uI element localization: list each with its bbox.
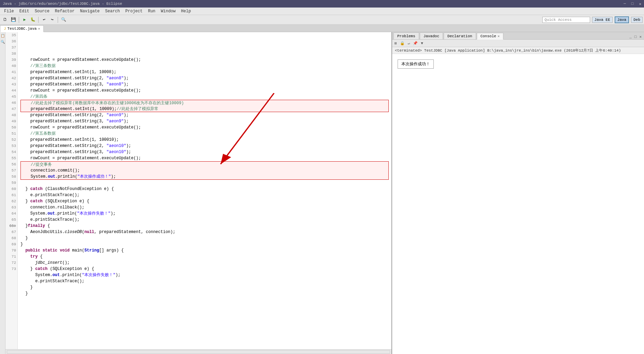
close-view-btn[interactable]: ✕ (638, 34, 643, 39)
tab-problems[interactable]: Problems (393, 32, 419, 39)
code-line-72[interactable]: } (20, 284, 389, 290)
undo-btn[interactable]: ↩ (40, 16, 48, 24)
code-line-54[interactable]: System.out.println("本次操作成功！"); (20, 174, 389, 180)
code-line-61[interactable]: e.printStackTrace(); (20, 217, 389, 223)
code-line-35[interactable]: rowCount = preparedStatement.executeUpda… (20, 57, 389, 63)
code-line-48[interactable]: preparedStatement.setInt(1, 100010); (20, 137, 389, 143)
close-btn[interactable]: ✕ (639, 2, 641, 6)
code-line-40[interactable]: rowCount = preparedStatement.executeUpda… (20, 87, 389, 94)
quick-access-box[interactable]: Quick Access (542, 17, 590, 23)
code-line-69[interactable]: } catch (SQLException e) { (20, 266, 389, 272)
console-tab-close[interactable]: ✕ (498, 34, 500, 38)
code-scroll[interactable]: 3536373839404142434445464748495051525354… (5, 32, 391, 349)
console-content: 本次操作成功！ (392, 54, 644, 354)
terminated-label: <terminated> TestJDBC [Java Application]… (392, 47, 644, 54)
code-line-62[interactable]: }finally { (20, 223, 389, 229)
code-line-63[interactable]: AeonJdbcUtils.closeDB(null, preparedStat… (20, 229, 389, 235)
new-btn[interactable]: 🗋 (1, 16, 9, 24)
menu-project[interactable]: Project (123, 8, 145, 14)
code-line-50[interactable]: preparedStatement.setString(3, "aeon10")… (20, 149, 389, 155)
console-output-box: 本次操作成功！ (398, 59, 434, 69)
tab-icon: J (4, 27, 6, 31)
console-output-text: 本次操作成功！ (401, 62, 430, 67)
minimize-btn[interactable]: ─ (624, 2, 626, 6)
right-tabs: Problems Javadoc Declaration Console ✕ _… (392, 32, 644, 40)
menu-run[interactable]: Run (145, 8, 158, 14)
right-tab-icons: _ □ ✕ (628, 34, 644, 39)
code-line-38[interactable]: preparedStatement.setString(2, "aeon8"); (20, 75, 389, 81)
line-numbers: 3536373839404142434445464748495051525354… (5, 32, 18, 349)
main-layout: 📋 🔍 353637383940414243444546474849505152… (0, 32, 644, 354)
code-line-64[interactable]: } (20, 235, 389, 241)
run-btn[interactable]: ▶ (21, 16, 28, 24)
toolbar-right: Quick Access Java EE Java Deb (542, 16, 643, 23)
code-line-71[interactable]: e.printStackTrace(); (20, 278, 389, 284)
code-line-44[interactable]: preparedStatement.setString(2, "aeon9"); (20, 112, 389, 118)
tab-javadoc[interactable]: Javadoc (420, 32, 443, 39)
debug-btn[interactable]: 🐛 (29, 16, 37, 24)
tab-declaration[interactable]: Declaration (444, 32, 476, 39)
terminated-text: <terminated> TestJDBC [Java Application]… (395, 49, 621, 53)
tab-close-btn[interactable]: ✕ (38, 27, 40, 31)
code-line-60[interactable]: System.out.println("本次操作失败！"); (20, 210, 389, 217)
code-line-53[interactable]: connection.commit(); (20, 167, 389, 174)
menu-file[interactable]: File (1, 8, 17, 14)
code-line-66[interactable]: public static void main(String[] args) { (20, 247, 389, 254)
perspective-java[interactable]: Java (615, 16, 629, 23)
pin-console-btn[interactable]: 📌 (412, 41, 419, 46)
word-wrap-btn[interactable]: ↵ (407, 41, 411, 46)
scroll-lock-btn[interactable]: 🔒 (399, 41, 406, 46)
menu-source[interactable]: Source (32, 8, 52, 14)
perspective-deb[interactable]: Deb (631, 17, 643, 23)
bottom-scroll[interactable] (5, 349, 391, 354)
tab-console[interactable]: Console ✕ (477, 33, 503, 40)
menu-help[interactable]: Help (178, 8, 194, 14)
code-line-56[interactable]: } catch (ClassNotFoundException e) { (20, 186, 389, 192)
code-line-37[interactable]: preparedStatement.setInt(1, 10008); (20, 69, 389, 75)
menu-refactor[interactable]: Refactor (52, 8, 77, 14)
minimize-view-btn[interactable]: _ (628, 35, 633, 39)
code-line-42[interactable]: //此处去掉了模拟异常(将数据库中本来存在的主键10006改为不存在的主键100… (20, 100, 389, 106)
save-btn[interactable]: 💾 (10, 16, 17, 24)
declaration-label: Declaration (447, 34, 472, 38)
code-content[interactable]: rowCount = preparedStatement.executeUpda… (18, 32, 391, 349)
code-line-39[interactable]: preparedStatement.setString(3, "aeon8"); (20, 81, 389, 87)
redo-btn[interactable]: ↪ (48, 16, 56, 24)
code-line-46[interactable]: rowCount = preparedStatement.executeUpda… (20, 124, 389, 131)
code-line-41[interactable]: //第四条 (20, 94, 389, 100)
code-line-49[interactable]: preparedStatement.setString(2, "aeon10")… (20, 143, 389, 149)
maximize-view-btn[interactable]: □ (633, 35, 638, 39)
code-line-52[interactable]: //提交事务 (20, 161, 389, 167)
search-btn[interactable]: 🔍 (60, 16, 67, 24)
code-line-36[interactable]: //第三条数据 (20, 63, 389, 69)
code-line-47[interactable]: //第五条数据 (20, 131, 389, 137)
code-line-70[interactable]: System.out.println("本次操作失败！"); (20, 272, 389, 278)
sep3 (58, 17, 58, 23)
menu-edit[interactable]: Edit (17, 8, 32, 14)
title-text: Java - jdbc/src/edu/aeon/jdbc/TestJDBC.j… (3, 2, 122, 6)
tab-label: TestJDBC.java (8, 27, 37, 31)
problems-label: Problems (397, 34, 415, 38)
menu-bar: File Edit Source Refactor Navigate Searc… (0, 8, 644, 15)
code-line-58[interactable]: } catch (SQLException e) { (20, 198, 389, 204)
code-line-57[interactable]: e.printStackTrace(); (20, 192, 389, 198)
code-line-73[interactable]: } (20, 290, 389, 297)
open-console-btn[interactable]: ▼ (420, 41, 424, 46)
left-gutter: 📋 🔍 (0, 32, 5, 354)
clear-console-btn[interactable]: ⊠ (393, 41, 398, 46)
menu-search[interactable]: Search (102, 8, 123, 14)
code-line-45[interactable]: preparedStatement.setString(3, "aeon9"); (20, 118, 389, 124)
maximize-btn[interactable]: □ (631, 2, 634, 6)
code-line-43[interactable]: preparedStatement.setInt(1, 10009);//此处去… (20, 106, 389, 112)
code-line-59[interactable]: connection.rollback(); (20, 204, 389, 210)
sep1 (19, 17, 19, 23)
editor-tab-testjdbc[interactable]: J TestJDBC.java ✕ (0, 25, 44, 32)
perspective-javaee[interactable]: Java EE (592, 17, 613, 23)
code-line-67[interactable]: try { (20, 254, 389, 260)
code-line-55[interactable] (20, 180, 389, 186)
menu-window[interactable]: Window (158, 8, 178, 14)
menu-navigate[interactable]: Navigate (77, 8, 102, 14)
code-line-51[interactable]: rowCount = preparedStatement.executeUpda… (20, 155, 389, 161)
code-line-65[interactable]: } (20, 241, 389, 247)
code-line-68[interactable]: jdbc_insert(); (20, 260, 389, 266)
